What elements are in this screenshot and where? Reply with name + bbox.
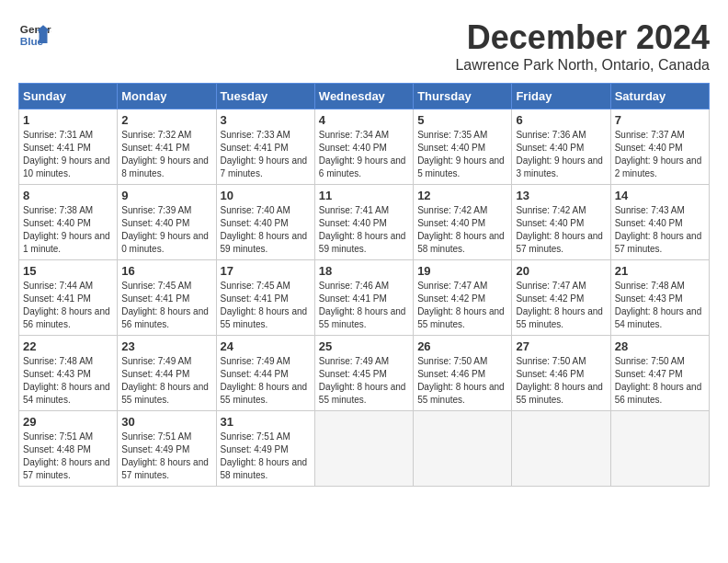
cell-content: Sunrise: 7:48 AMSunset: 4:43 PMDaylight:… [615, 281, 702, 329]
cell-content: Sunrise: 7:36 AMSunset: 4:40 PMDaylight:… [516, 130, 603, 178]
cell-content: Sunrise: 7:50 AMSunset: 4:46 PMDaylight:… [516, 356, 603, 405]
day-number: 1 [23, 113, 113, 127]
calendar-cell [610, 411, 709, 487]
calendar-cell [314, 411, 413, 487]
cell-content: Sunrise: 7:41 AMSunset: 4:40 PMDaylight:… [319, 205, 406, 254]
logo-icon: General Blue [18, 18, 51, 52]
calendar-cell [414, 411, 512, 487]
calendar-cell: 4 Sunrise: 7:34 AMSunset: 4:40 PMDayligh… [314, 109, 413, 185]
day-number: 15 [23, 264, 113, 278]
day-number: 27 [516, 339, 606, 353]
day-of-week-header: Tuesday [216, 84, 314, 109]
calendar-body: 1 Sunrise: 7:31 AMSunset: 4:41 PMDayligh… [19, 109, 710, 487]
day-number: 19 [417, 264, 507, 278]
calendar-cell: 5 Sunrise: 7:35 AMSunset: 4:40 PMDayligh… [414, 109, 512, 185]
month-title: December 2024 [455, 18, 710, 57]
cell-content: Sunrise: 7:45 AMSunset: 4:41 PMDaylight:… [221, 281, 308, 329]
cell-content: Sunrise: 7:47 AMSunset: 4:42 PMDaylight:… [516, 281, 603, 329]
calendar-week-row: 15 Sunrise: 7:44 AMSunset: 4:41 PMDaylig… [19, 260, 710, 336]
cell-content: Sunrise: 7:51 AMSunset: 4:48 PMDaylight:… [23, 431, 110, 480]
cell-content: Sunrise: 7:33 AMSunset: 4:41 PMDaylight:… [221, 130, 308, 178]
day-number: 24 [221, 339, 311, 353]
day-of-week-header: Monday [118, 84, 216, 109]
calendar-cell: 28 Sunrise: 7:50 AMSunset: 4:47 PMDaylig… [610, 336, 709, 411]
day-number: 20 [516, 264, 606, 278]
day-number: 2 [121, 113, 211, 127]
calendar-cell: 21 Sunrise: 7:48 AMSunset: 4:43 PMDaylig… [610, 260, 709, 336]
cell-content: Sunrise: 7:32 AMSunset: 4:41 PMDaylight:… [121, 130, 209, 178]
day-number: 17 [221, 264, 311, 278]
calendar-cell: 16 Sunrise: 7:45 AMSunset: 4:41 PMDaylig… [118, 260, 216, 336]
calendar-cell: 18 Sunrise: 7:46 AMSunset: 4:41 PMDaylig… [314, 260, 413, 336]
cell-content: Sunrise: 7:40 AMSunset: 4:40 PMDaylight:… [221, 205, 308, 254]
cell-content: Sunrise: 7:38 AMSunset: 4:40 PMDaylight:… [23, 205, 110, 254]
calendar-week-row: 29 Sunrise: 7:51 AMSunset: 4:48 PMDaylig… [19, 411, 710, 487]
cell-content: Sunrise: 7:42 AMSunset: 4:40 PMDaylight:… [516, 205, 603, 254]
day-number: 16 [121, 264, 211, 278]
calendar-cell: 15 Sunrise: 7:44 AMSunset: 4:41 PMDaylig… [19, 260, 118, 336]
calendar-cell: 7 Sunrise: 7:37 AMSunset: 4:40 PMDayligh… [610, 109, 709, 185]
day-number: 23 [121, 339, 211, 353]
calendar-cell: 19 Sunrise: 7:47 AMSunset: 4:42 PMDaylig… [414, 260, 512, 336]
day-number: 30 [121, 415, 211, 429]
day-number: 14 [615, 189, 705, 202]
day-number: 25 [319, 339, 409, 353]
day-number: 18 [319, 264, 409, 278]
day-number: 13 [516, 189, 606, 202]
day-number: 7 [615, 113, 705, 127]
calendar-cell: 30 Sunrise: 7:51 AMSunset: 4:49 PMDaylig… [118, 411, 216, 487]
calendar-cell: 26 Sunrise: 7:50 AMSunset: 4:46 PMDaylig… [414, 336, 512, 411]
day-number: 22 [23, 339, 113, 353]
calendar-week-row: 8 Sunrise: 7:38 AMSunset: 4:40 PMDayligh… [19, 185, 710, 260]
day-number: 4 [319, 113, 409, 127]
cell-content: Sunrise: 7:51 AMSunset: 4:49 PMDaylight:… [221, 431, 308, 480]
calendar-cell: 3 Sunrise: 7:33 AMSunset: 4:41 PMDayligh… [216, 109, 314, 185]
cell-content: Sunrise: 7:34 AMSunset: 4:40 PMDaylight:… [319, 130, 406, 178]
day-number: 29 [23, 415, 113, 429]
cell-content: Sunrise: 7:35 AMSunset: 4:40 PMDaylight:… [417, 130, 505, 178]
calendar-week-row: 22 Sunrise: 7:48 AMSunset: 4:43 PMDaylig… [19, 336, 710, 411]
header: General Blue December 2024 Lawrence Park… [18, 18, 710, 74]
calendar-cell [512, 411, 610, 487]
cell-content: Sunrise: 7:44 AMSunset: 4:41 PMDaylight:… [23, 281, 110, 329]
day-number: 9 [121, 189, 211, 202]
day-number: 10 [221, 189, 311, 202]
cell-content: Sunrise: 7:45 AMSunset: 4:41 PMDaylight:… [121, 281, 209, 329]
calendar-cell: 17 Sunrise: 7:45 AMSunset: 4:41 PMDaylig… [216, 260, 314, 336]
day-number: 21 [615, 264, 705, 278]
day-number: 11 [319, 189, 409, 202]
calendar-table: SundayMondayTuesdayWednesdayThursdayFrid… [18, 83, 710, 487]
cell-content: Sunrise: 7:50 AMSunset: 4:46 PMDaylight:… [417, 356, 505, 405]
day-number: 26 [417, 339, 507, 353]
day-number: 6 [516, 113, 606, 127]
calendar-cell: 22 Sunrise: 7:48 AMSunset: 4:43 PMDaylig… [19, 336, 118, 411]
day-of-week-header: Thursday [414, 84, 512, 109]
calendar-cell: 29 Sunrise: 7:51 AMSunset: 4:48 PMDaylig… [19, 411, 118, 487]
day-number: 31 [221, 415, 311, 429]
calendar-cell: 13 Sunrise: 7:42 AMSunset: 4:40 PMDaylig… [512, 185, 610, 260]
cell-content: Sunrise: 7:49 AMSunset: 4:44 PMDaylight:… [121, 356, 209, 405]
title-area: December 2024 Lawrence Park North, Ontar… [455, 18, 710, 74]
day-number: 5 [417, 113, 507, 127]
day-of-week-header: Friday [512, 84, 610, 109]
logo: General Blue [18, 18, 51, 52]
calendar-cell: 8 Sunrise: 7:38 AMSunset: 4:40 PMDayligh… [19, 185, 118, 260]
day-of-week-header: Sunday [19, 84, 118, 109]
calendar-cell: 11 Sunrise: 7:41 AMSunset: 4:40 PMDaylig… [314, 185, 413, 260]
calendar-cell: 6 Sunrise: 7:36 AMSunset: 4:40 PMDayligh… [512, 109, 610, 185]
calendar-cell: 25 Sunrise: 7:49 AMSunset: 4:45 PMDaylig… [314, 336, 413, 411]
cell-content: Sunrise: 7:37 AMSunset: 4:40 PMDaylight:… [615, 130, 702, 178]
cell-content: Sunrise: 7:48 AMSunset: 4:43 PMDaylight:… [23, 356, 110, 405]
cell-content: Sunrise: 7:46 AMSunset: 4:41 PMDaylight:… [319, 281, 406, 329]
location-title: Lawrence Park North, Ontario, Canada [455, 57, 710, 74]
calendar-cell: 12 Sunrise: 7:42 AMSunset: 4:40 PMDaylig… [414, 185, 512, 260]
calendar-week-row: 1 Sunrise: 7:31 AMSunset: 4:41 PMDayligh… [19, 109, 710, 185]
day-number: 28 [615, 339, 705, 353]
cell-content: Sunrise: 7:47 AMSunset: 4:42 PMDaylight:… [417, 281, 505, 329]
calendar-cell: 1 Sunrise: 7:31 AMSunset: 4:41 PMDayligh… [19, 109, 118, 185]
calendar-cell: 9 Sunrise: 7:39 AMSunset: 4:40 PMDayligh… [118, 185, 216, 260]
calendar-cell: 10 Sunrise: 7:40 AMSunset: 4:40 PMDaylig… [216, 185, 314, 260]
day-of-week-header: Saturday [610, 84, 709, 109]
day-of-week-header: Wednesday [314, 84, 413, 109]
cell-content: Sunrise: 7:42 AMSunset: 4:40 PMDaylight:… [417, 205, 505, 254]
